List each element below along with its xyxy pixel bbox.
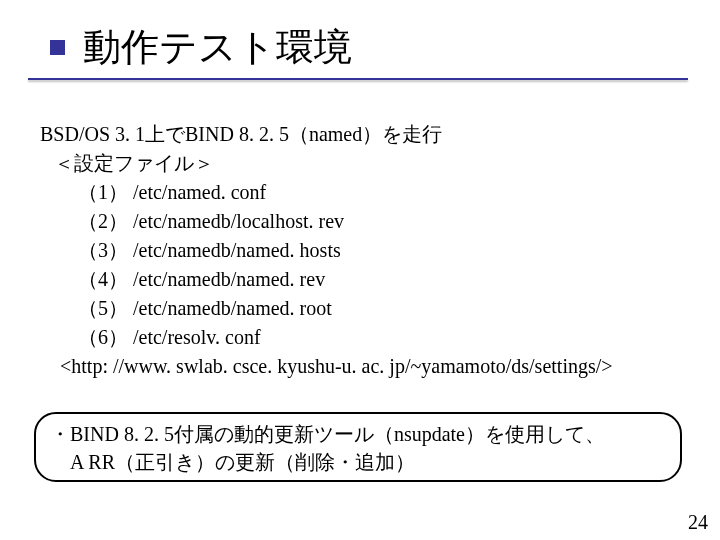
settings-url: <http: //www. swlab. csce. kyushu-u. ac.… [60, 352, 700, 381]
settings-item: （1） /etc/named. conf [78, 178, 700, 207]
settings-item: （2） /etc/namedb/localhost. rev [78, 207, 700, 236]
settings-item: （4） /etc/namedb/named. rev [78, 265, 700, 294]
settings-heading: ＜設定ファイル＞ [54, 149, 700, 178]
title-block: 動作テスト環境 [50, 22, 352, 73]
settings-item: （6） /etc/resolv. conf [78, 323, 700, 352]
page-number: 24 [688, 511, 708, 534]
settings-item: （3） /etc/namedb/named. hosts [78, 236, 700, 265]
title-underline [28, 78, 688, 80]
title-bullet-icon [50, 40, 65, 55]
slide: 動作テスト環境 BSD/OS 3. 1上でBIND 8. 2. 5（named）… [0, 0, 720, 540]
body-content: BSD/OS 3. 1上でBIND 8. 2. 5（named）を走行 ＜設定フ… [40, 120, 700, 381]
note-line: A RR（正引き）の更新（削除・追加） [50, 448, 666, 476]
note-line: ・BIND 8. 2. 5付属の動的更新ツール（nsupdate）を使用して、 [50, 420, 666, 448]
slide-title: 動作テスト環境 [83, 22, 352, 73]
body-line: BSD/OS 3. 1上でBIND 8. 2. 5（named）を走行 [40, 120, 700, 149]
note-box: ・BIND 8. 2. 5付属の動的更新ツール（nsupdate）を使用して、 … [34, 412, 682, 482]
settings-item: （5） /etc/namedb/named. root [78, 294, 700, 323]
